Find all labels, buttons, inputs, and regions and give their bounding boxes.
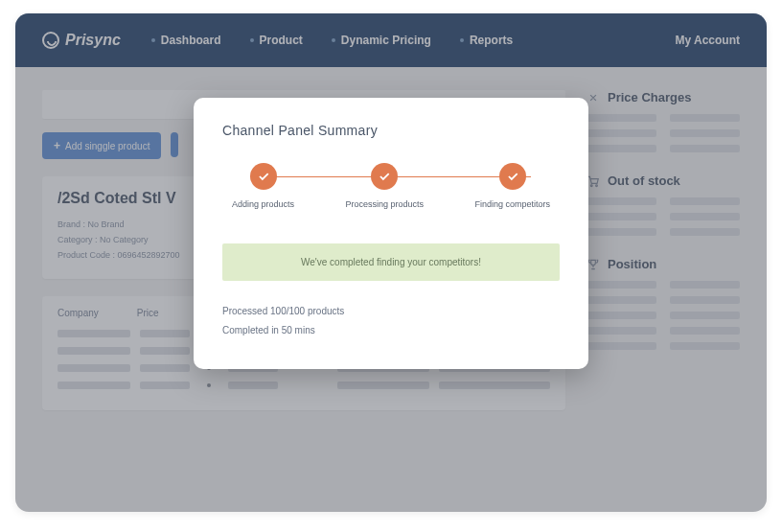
step-processing-products: Processing products xyxy=(345,163,424,209)
step-adding-products: Adding products xyxy=(232,163,294,209)
modal-title: Channel Panel Summary xyxy=(222,123,560,138)
check-icon xyxy=(506,170,519,183)
processed-count: Processed 100/100 products xyxy=(222,302,560,321)
completed-time: Completed in 50 mins xyxy=(222,321,560,340)
summary-modal: Channel Panel Summary Adding products Pr… xyxy=(194,98,588,369)
app-window: Prisync Dashboard Product Dynamic Pricin… xyxy=(15,13,767,512)
success-message: We've completed finding your competitors… xyxy=(222,243,560,281)
check-icon xyxy=(257,170,270,183)
modal-stats: Processed 100/100 products Completed in … xyxy=(222,302,560,340)
step-finding-competitors: Finding competitors xyxy=(474,163,550,209)
progress-stepper: Adding products Processing products Find… xyxy=(232,163,550,209)
check-icon xyxy=(378,170,391,183)
